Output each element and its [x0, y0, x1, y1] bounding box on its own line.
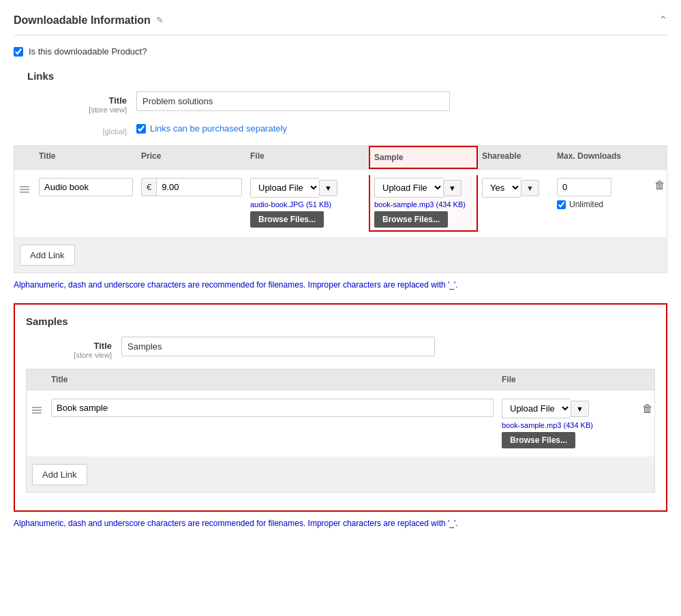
sample-file-info2: book-sample.mp3 (434 KB) [502, 421, 630, 429]
delete-link-button[interactable]: 🗑 [650, 178, 669, 193]
th-file: File [246, 146, 369, 169]
notice-highlight: '_' [448, 280, 455, 290]
file-upload-select[interactable]: Upload File [250, 178, 319, 198]
collapse-icon[interactable]: ⌃ [659, 14, 667, 27]
th-sample: Sample [369, 146, 478, 169]
samples-th-title: Title [47, 369, 498, 390]
currency-symbol: € [142, 179, 157, 196]
unlimited-label: Unlimited [569, 200, 603, 209]
global-label: [global] [55, 127, 127, 136]
th-maxdl: Max. Downloads [553, 146, 667, 169]
sample-file-browse-button[interactable]: Browse Files... [502, 432, 575, 448]
samples-drag-handle[interactable] [27, 396, 47, 419]
samples-add-link-row: Add Link [27, 457, 654, 492]
links-purchasable-label: Links can be purchased separately [150, 123, 287, 134]
shareable-arrow: ▼ [521, 180, 539, 196]
file-info: audio-book.JPG (51 KB) [250, 200, 365, 209]
samples-title-row: Title [store view] [26, 337, 655, 359]
samples-table-row: Upload File ▼ book-sample.mp3 (434 KB) B… [27, 390, 654, 457]
table-row: € Upload File ▼ audio-book.JPG (51 KB) B… [14, 170, 667, 238]
price-input[interactable] [157, 179, 211, 196]
samples-title-label: Title [40, 341, 112, 351]
samples-th-del [634, 369, 654, 390]
link-title-input[interactable] [39, 178, 133, 196]
links-section: Links Title [store view] [global] Links … [14, 70, 667, 273]
td-sample: Upload File ▼ book-sample.mp3 (434 KB) B… [369, 175, 478, 232]
notice-text: Alphanumeric, dash and underscore charac… [14, 280, 667, 290]
unlimited-checkbox[interactable] [557, 200, 566, 209]
edit-icon[interactable]: ✎ [156, 15, 164, 25]
add-link-button[interactable]: Add Link [20, 245, 75, 266]
samples-td-title [47, 396, 498, 420]
delete-sample-button[interactable]: 🗑 [638, 401, 657, 416]
th-drag [14, 146, 35, 169]
samples-td-del: 🗑 [634, 396, 654, 419]
links-purchasable-row: [global] Links can be purchased separate… [14, 123, 667, 136]
notice2-text-after: . [455, 519, 457, 528]
drag-handle[interactable] [14, 175, 35, 198]
notice-text-after: . [455, 280, 457, 290]
links-title-row: Title [store view] [14, 91, 667, 114]
th-price: Price [137, 146, 246, 169]
downloadable-label: Is this downloadable Product? [29, 46, 147, 57]
maxdl-input[interactable] [557, 178, 611, 196]
sample-file-upload-arrow[interactable]: ▼ [571, 401, 589, 417]
file-browse-button[interactable]: Browse Files... [250, 211, 324, 228]
add-link-row: Add Link [14, 238, 667, 273]
samples-td-file: Upload File ▼ book-sample.mp3 (434 KB) B… [498, 396, 634, 451]
links-purchasable-checkbox[interactable] [136, 124, 146, 134]
links-title-label: Title [55, 95, 127, 106]
file-upload-arrow[interactable]: ▼ [319, 180, 337, 196]
samples-title-input[interactable] [121, 337, 435, 356]
td-file: Upload File ▼ audio-book.JPG (51 KB) Bro… [246, 175, 369, 230]
sample-upload-select[interactable]: Upload File [374, 178, 443, 198]
notice-text-before: Alphanumeric, dash and underscore charac… [14, 280, 448, 290]
samples-th-file: File [498, 369, 634, 390]
links-table: Title Price File Sample Shareable Max. D… [14, 145, 667, 273]
notice2-text-before: Alphanumeric, dash and underscore charac… [14, 519, 448, 528]
downloadable-checkbox[interactable] [14, 47, 23, 57]
samples-section-title: Samples [26, 315, 655, 327]
links-table-header: Title Price File Sample Shareable Max. D… [14, 146, 667, 170]
th-title: Title [35, 146, 137, 169]
section-header: Downloadable Information ✎ ⌃ [14, 14, 667, 35]
samples-add-link-button[interactable]: Add Link [32, 464, 87, 485]
samples-title-store-view: [store view] [40, 351, 112, 359]
samples-table-header: Title File [27, 369, 654, 390]
sample-file-upload-select[interactable]: Upload File [502, 399, 571, 418]
td-actions: 🗑 [646, 175, 667, 196]
td-shareable: Yes No ▼ [478, 175, 553, 200]
td-price: € [137, 175, 246, 199]
links-title-input[interactable] [136, 91, 450, 111]
th-shareable: Shareable [478, 146, 553, 169]
sample-upload-arrow[interactable]: ▼ [443, 180, 461, 196]
notice2-highlight: '_' [448, 519, 455, 528]
notice-text2: Alphanumeric, dash and underscore charac… [14, 519, 667, 528]
samples-section: Samples Title [store view] Title File [14, 303, 667, 512]
links-section-title: Links [27, 70, 667, 82]
samples-table: Title File Upload File [26, 369, 655, 493]
sample-file-info: book-sample.mp3 (434 KB) [374, 200, 472, 209]
samples-th-drag [27, 369, 47, 390]
td-maxdl: Unlimited [553, 175, 646, 212]
downloadable-checkbox-row: Is this downloadable Product? [14, 46, 667, 57]
shareable-select[interactable]: Yes No [482, 178, 521, 198]
section-title: Downloadable Information [14, 14, 151, 27]
td-title [35, 175, 137, 199]
sample-browse-button[interactable]: Browse Files... [374, 211, 448, 228]
sample-title-input[interactable] [51, 399, 494, 417]
links-title-store-view: [store view] [55, 106, 127, 114]
